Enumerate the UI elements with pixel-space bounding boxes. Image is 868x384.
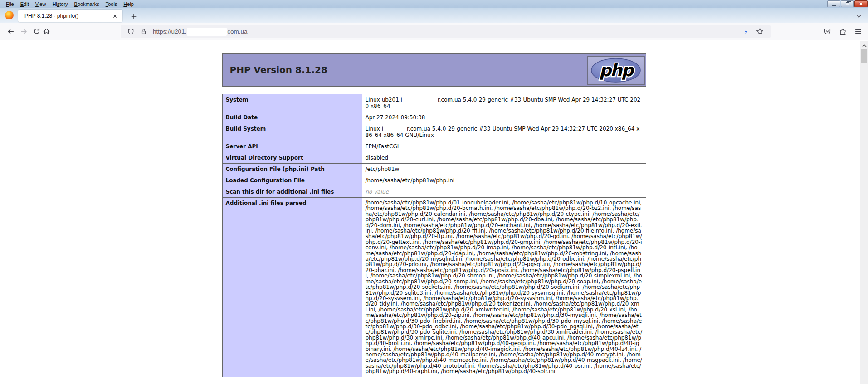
table-row: Virtual Directory Supportdisabled bbox=[222, 152, 646, 164]
table-row: Loaded Configuration File/home/sasha/etc… bbox=[222, 175, 646, 186]
close-icon bbox=[112, 14, 117, 19]
phpinfo-header: PHP Version 8.1.28 php bbox=[222, 53, 646, 87]
close-window-button[interactable]: ✕ bbox=[854, 0, 868, 7]
new-tab-button[interactable] bbox=[129, 11, 139, 21]
table-row: Additional .ini files parsed/home/sasha/… bbox=[222, 198, 646, 377]
bookmark-star-icon[interactable] bbox=[756, 28, 764, 35]
menu-item-history[interactable]: History bbox=[49, 1, 71, 7]
home-button[interactable] bbox=[40, 25, 52, 37]
table-row: Scan this dir for additional .ini filesn… bbox=[222, 186, 646, 198]
reload-icon bbox=[33, 28, 40, 35]
plus-icon bbox=[131, 13, 137, 19]
url-redacted-segment bbox=[187, 28, 227, 36]
restore-button[interactable] bbox=[841, 0, 854, 7]
table-row: Configuration File (php.ini) Path/etc/ph… bbox=[222, 164, 646, 175]
minimize-icon bbox=[832, 5, 836, 6]
phpinfo-table: SystemLinux ub201.ir.com.ua 5.4.0-29-gen… bbox=[222, 94, 646, 377]
menu-item-view[interactable]: View bbox=[32, 1, 49, 7]
puzzle-icon bbox=[839, 28, 847, 35]
window-controls: ✕ bbox=[827, 0, 868, 7]
row-label: System bbox=[222, 94, 362, 112]
forward-button[interactable] bbox=[18, 25, 29, 37]
forward-icon bbox=[20, 28, 28, 35]
list-all-tabs-button[interactable] bbox=[855, 12, 863, 20]
menu-item-help[interactable]: Help bbox=[120, 1, 137, 7]
url-prefix: https://u201. bbox=[153, 28, 186, 35]
row-value: /home/sasha/etc/php81w/php.d/01-ioncubel… bbox=[362, 198, 646, 377]
table-row: Build SystemLinux ir.com.ua 5.4.0-29-gen… bbox=[222, 123, 646, 141]
url-text: https://u201. com.ua bbox=[153, 28, 743, 36]
row-label: Scan this dir for additional .ini files bbox=[222, 186, 362, 198]
row-label: Server API bbox=[222, 141, 362, 152]
redacted-text bbox=[383, 126, 407, 131]
tab-strip: PHP 8.1.28 - phpinfo() bbox=[0, 8, 868, 23]
back-icon bbox=[7, 28, 15, 35]
row-label: Virtual Directory Support bbox=[222, 152, 362, 164]
page-action-bolt-icon[interactable] bbox=[743, 28, 749, 35]
row-label: Build System bbox=[222, 123, 362, 141]
pocket-icon bbox=[824, 28, 831, 35]
phpinfo-table-body: SystemLinux ub201.ir.com.ua 5.4.0-29-gen… bbox=[222, 94, 646, 377]
row-value: Apr 27 2024 09:50:38 bbox=[362, 112, 646, 123]
php-logo: php bbox=[587, 56, 645, 85]
menu-item-tools[interactable]: Tools bbox=[102, 1, 121, 7]
table-row: Build DateApr 27 2024 09:50:38 bbox=[222, 112, 646, 123]
url-suffix: com.ua bbox=[227, 28, 247, 35]
pocket-button[interactable] bbox=[822, 26, 833, 37]
row-value: /home/sasha/etc/php81w/php.ini bbox=[362, 175, 646, 186]
menu-item-bookmarks[interactable]: Bookmarks bbox=[71, 1, 102, 7]
hamburger-icon bbox=[854, 28, 862, 35]
scroll-up-arrow-icon[interactable] bbox=[860, 42, 868, 49]
row-value: FPM/FastCGI bbox=[362, 141, 646, 152]
row-value: no value bbox=[362, 186, 646, 198]
row-label: Build Date bbox=[222, 112, 362, 123]
lock-icon[interactable] bbox=[141, 28, 147, 35]
row-label: Configuration File (php.ini) Path bbox=[222, 164, 362, 175]
scrollbar-thumb[interactable] bbox=[861, 49, 867, 63]
menu-item-edit[interactable]: Edit bbox=[17, 1, 32, 7]
row-label: Additional .ini files parsed bbox=[222, 198, 362, 377]
phpinfo-container: PHP Version 8.1.28 php SystemLinux ub201… bbox=[222, 41, 646, 377]
back-button[interactable] bbox=[5, 25, 16, 37]
page-title: PHP Version 8.1.28 bbox=[223, 54, 646, 86]
page-content: PHP Version 8.1.28 php SystemLinux ub201… bbox=[0, 41, 868, 384]
table-row: SystemLinux ub201.ir.com.ua 5.4.0-29-gen… bbox=[222, 94, 646, 112]
tracking-protection-shield-icon[interactable] bbox=[127, 28, 134, 35]
vertical-scrollbar[interactable] bbox=[860, 41, 868, 384]
tab-close-button[interactable] bbox=[111, 12, 119, 20]
restore-icon bbox=[846, 2, 849, 5]
close-icon: ✕ bbox=[859, 2, 863, 6]
app-menu-button[interactable] bbox=[853, 26, 863, 37]
row-value: Linux ub201.ir.com.ua 5.4.0-29-generic #… bbox=[362, 94, 646, 112]
minimize-button[interactable] bbox=[827, 0, 840, 7]
menu-item-file[interactable]: File bbox=[3, 1, 17, 7]
redacted-text bbox=[402, 97, 438, 102]
url-bar[interactable]: https://u201. com.ua bbox=[121, 25, 771, 38]
home-icon bbox=[43, 28, 50, 35]
firefox-view-icon[interactable] bbox=[5, 11, 14, 19]
tab-phpinfo[interactable]: PHP 8.1.28 - phpinfo() bbox=[18, 10, 122, 22]
row-value: /etc/php81w bbox=[362, 164, 646, 175]
tab-title: PHP 8.1.28 - phpinfo() bbox=[24, 13, 111, 19]
row-label: Loaded Configuration File bbox=[222, 175, 362, 186]
row-value: Linux ir.com.ua 5.4.0-29-generic #33-Ubu… bbox=[362, 123, 646, 141]
extensions-button[interactable] bbox=[837, 26, 848, 37]
chevron-down-icon bbox=[855, 12, 863, 19]
navigation-toolbar: https://u201. com.ua bbox=[0, 23, 868, 40]
menu-bar: FileEditViewHistoryBookmarksToolsHelp ✕ bbox=[0, 0, 868, 8]
menu-bar-items: FileEditViewHistoryBookmarksToolsHelp bbox=[3, 1, 137, 7]
php-logo-text: php bbox=[599, 61, 634, 80]
row-value: disabled bbox=[362, 152, 646, 164]
table-row: Server APIFPM/FastCGI bbox=[222, 141, 646, 152]
